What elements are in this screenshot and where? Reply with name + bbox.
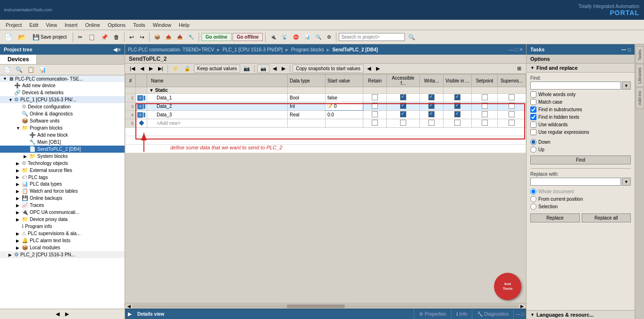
- tree-item-dev-config[interactable]: ⚙ Device configuration: [0, 103, 125, 110]
- languages-section-header[interactable]: ▼ Languages & resourc...: [527, 310, 635, 319]
- menu-window[interactable]: Window: [149, 21, 175, 29]
- tree-item-plc-tags[interactable]: ▶ 🏷 PLC tags: [0, 174, 125, 180]
- db-btn-next[interactable]: ▶: [147, 65, 155, 73]
- cb-r3-setpoint[interactable]: [482, 103, 488, 109]
- cb-r5-accessible[interactable]: [400, 120, 406, 126]
- cb-r3-supervisory[interactable]: [509, 103, 515, 109]
- copy-btn[interactable]: 📋: [86, 33, 98, 42]
- selection-radio[interactable]: [530, 204, 536, 210]
- tree-item-opc-ua[interactable]: ▶ 🔌 OPC UA communicati...: [0, 209, 125, 216]
- diagnostics-tab[interactable]: 🔧 Diagnostics: [472, 309, 514, 319]
- cb-r2-writable[interactable]: [428, 94, 435, 100]
- bottom-maximize-btn[interactable]: □: [521, 311, 524, 317]
- cb-r4-accessible[interactable]: [400, 111, 406, 117]
- breadcrumb-item-2[interactable]: PLC_1 [CPU 1516-3 PN/DP]: [223, 47, 283, 52]
- tree-item-dev-net[interactable]: 🔗 Devices & networks: [0, 89, 125, 96]
- cut-btn[interactable]: ✂: [75, 33, 85, 42]
- properties-tab[interactable]: ⚙ Properties: [414, 309, 451, 319]
- cb-r5-supervisory[interactable]: [509, 120, 515, 126]
- breadcrumb-item-1[interactable]: PLC-PLC communcation- TSEND+TRCV: [128, 47, 214, 52]
- cb-r3-accessible[interactable]: [400, 103, 406, 109]
- search-input[interactable]: [339, 33, 405, 41]
- save-project-btn[interactable]: 💾 Save project: [29, 33, 70, 42]
- tree-item-plc-sup[interactable]: ▶ ⚠ PLC supervisions & ala...: [0, 230, 125, 237]
- direction-up-radio[interactable]: [530, 147, 536, 153]
- tree-item-traces[interactable]: ▶ 📈 Traces: [0, 202, 125, 209]
- tree-item-dev-proxy[interactable]: ▶ 📁 Device proxy data: [0, 216, 125, 223]
- cb-r2-supervisory[interactable]: [509, 94, 515, 100]
- tree-icon-btn1[interactable]: 📄: [2, 65, 13, 74]
- toolbar-extra4[interactable]: 📊: [302, 33, 312, 41]
- menu-online[interactable]: Online: [81, 21, 104, 29]
- open-project-btn[interactable]: 📂: [16, 32, 28, 42]
- tree-item-plc-alarm[interactable]: ▶ 🔔 PLC alarm text lists: [0, 237, 125, 244]
- menu-options[interactable]: Options: [104, 21, 129, 29]
- tree-item-root[interactable]: ▼ 🖥 PLC-PLC communcation- TSE...: [0, 75, 125, 82]
- tree-item-local-modules[interactable]: ▶ 📦 Local modules: [0, 244, 125, 251]
- tree-item-prog-blocks[interactable]: ▼ 📁 Program blocks: [0, 124, 125, 131]
- cb-r5-visible[interactable]: [454, 120, 460, 126]
- window-maximize-btn[interactable]: □: [515, 47, 518, 53]
- db-btn-snapshot-icon[interactable]: 📷: [242, 65, 252, 73]
- from-current-radio[interactable]: [530, 196, 536, 202]
- search-btn[interactable]: 🔍: [406, 33, 418, 42]
- tree-item-sys-blocks[interactable]: ▶ 📁 System blocks: [0, 153, 125, 160]
- tree-item-plc-data-types[interactable]: ▶ 📊 PLC data types: [0, 180, 125, 188]
- cb-r2-visible[interactable]: [454, 94, 460, 100]
- new-project-btn[interactable]: 📄: [2, 32, 15, 42]
- db-expand-btn[interactable]: ⊞: [515, 65, 523, 73]
- db-copy-prev[interactable]: ◀: [365, 65, 373, 73]
- tree-icon-btn4[interactable]: 📊: [37, 65, 48, 74]
- cb-r5-setpoint[interactable]: [482, 120, 488, 126]
- devices-tab[interactable]: Devices: [0, 55, 37, 64]
- undo-btn[interactable]: ↩: [127, 33, 136, 42]
- tree-icon-btn3[interactable]: 📋: [25, 65, 36, 74]
- scroll-right-btn[interactable]: ▶: [519, 304, 525, 309]
- toolbar-extra6[interactable]: ⚙: [325, 33, 334, 41]
- menu-project[interactable]: Project: [2, 21, 25, 29]
- tasks-expand-btn[interactable]: □: [628, 47, 631, 52]
- window-minimize-btn[interactable]: —: [509, 47, 514, 53]
- menu-insert[interactable]: Insert: [61, 21, 82, 29]
- bottom-minimize-btn[interactable]: —: [516, 311, 520, 317]
- db-snap-prev[interactable]: ◀: [271, 65, 278, 73]
- table-row[interactable]: 5 <Add new>: [125, 119, 526, 128]
- tree-item-prog-info[interactable]: ℹ Program info: [0, 223, 125, 230]
- cb-r4-visible[interactable]: [454, 111, 460, 117]
- toolbar-icon3[interactable]: 📥: [175, 33, 185, 41]
- row3-value-input[interactable]: [333, 103, 357, 109]
- libraries-side-tab[interactable]: Libraries: [636, 64, 644, 87]
- db-btn-last[interactable]: ▶|: [156, 65, 165, 73]
- cb-r2-retain[interactable]: [372, 94, 378, 100]
- keep-actual-values-btn[interactable]: Keep actual values: [194, 65, 241, 73]
- find-substructures-cb[interactable]: [530, 106, 536, 113]
- redo-btn[interactable]: ↪: [137, 33, 147, 42]
- cb-r4-setpoint[interactable]: [482, 111, 488, 117]
- menu-view[interactable]: View: [42, 21, 61, 29]
- replace-btn[interactable]: Replace: [530, 213, 580, 222]
- tree-scroll-right[interactable]: ▶: [63, 310, 71, 318]
- go-offline-btn[interactable]: Go offline: [233, 33, 263, 41]
- whole-doc-radio[interactable]: [530, 188, 536, 195]
- scroll-thumb[interactable]: [287, 304, 345, 308]
- toolbar-extra2[interactable]: 📡: [279, 33, 290, 41]
- go-online-btn[interactable]: Go online: [201, 33, 232, 41]
- tree-item-add-new-block[interactable]: ➕ Add new block: [0, 131, 125, 139]
- find-hidden-cb[interactable]: [530, 114, 536, 120]
- find-replace-section-header[interactable]: ▼ Find and replace: [527, 64, 635, 73]
- find-dropdown-btn[interactable]: ▼: [622, 82, 631, 90]
- tree-item-online-backups[interactable]: ▶ 💾 Online backups: [0, 195, 125, 202]
- db-btn-lock[interactable]: 🔒: [182, 65, 192, 73]
- tree-item-plc2-more[interactable]: ▶ ⚙ PLC_2 [CPU 1516-3 PN...: [0, 251, 125, 258]
- cb-r5-retain[interactable]: [372, 120, 378, 126]
- h-scrollbar[interactable]: ◀ ▶: [125, 303, 526, 309]
- db-copy-next[interactable]: ▶: [374, 65, 382, 73]
- whole-words-cb[interactable]: [530, 91, 536, 98]
- tree-item-main-ob1[interactable]: 🔧 Main [OB1]: [0, 139, 125, 146]
- delete-btn[interactable]: 🗑: [111, 33, 122, 42]
- replace-all-btn[interactable]: Replace all: [582, 213, 631, 222]
- menu-edit[interactable]: Edit: [25, 21, 42, 29]
- cb-r4-retain[interactable]: [372, 111, 378, 117]
- snapshot-btn[interactable]: 📷: [257, 65, 269, 73]
- db-snap-next[interactable]: ▶: [280, 65, 287, 73]
